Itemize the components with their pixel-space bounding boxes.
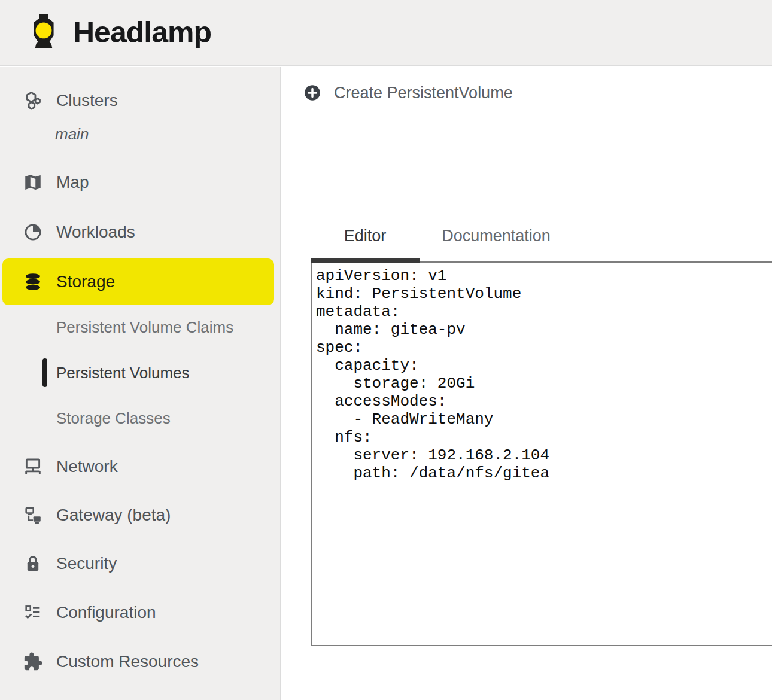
sidebar-item-label: Network — [56, 457, 118, 476]
sidebar-item-workloads[interactable]: Workloads — [0, 215, 280, 249]
sidebar-item-label: Clusters — [56, 91, 118, 110]
network-icon — [23, 456, 43, 477]
sidebar-item-label: Gateway (beta) — [56, 506, 171, 525]
create-persistentvolume-button[interactable]: Create PersistentVolume — [304, 83, 513, 103]
yaml-editor-content[interactable]: apiVersion: v1 kind: PersistentVolume me… — [316, 267, 772, 482]
sidebar-item-persistent-volume-claims[interactable]: Persistent Volume Claims — [0, 315, 280, 339]
active-tab-indicator — [311, 258, 420, 263]
selected-item-indicator — [42, 358, 47, 387]
sidebar-item-gateway[interactable]: Gateway (beta) — [0, 498, 280, 532]
storage-icon — [23, 272, 43, 292]
app-title: Headlamp — [73, 15, 211, 50]
create-button-label: Create PersistentVolume — [334, 84, 513, 102]
sidebar-item-label: Storage — [56, 272, 115, 291]
tab-editor[interactable]: Editor — [311, 214, 419, 257]
workloads-icon — [23, 222, 43, 242]
custom-resources-icon — [23, 652, 43, 672]
plus-circle-icon — [304, 84, 321, 101]
sidebar-item-storage[interactable]: Storage — [2, 258, 274, 305]
sidebar-subitem-label: Persistent Volumes — [56, 364, 190, 382]
sidebar-item-label: Security — [56, 554, 117, 573]
sidebar-item-storage-classes[interactable]: Storage Classes — [0, 406, 280, 430]
clusters-icon — [23, 90, 43, 111]
sidebar: Clusters main Map Workloads Storage Pers… — [0, 67, 281, 700]
tab-documentation[interactable]: Documentation — [419, 214, 573, 257]
sidebar-item-custom-resources[interactable]: Custom Resources — [0, 645, 280, 678]
gateway-icon — [23, 505, 43, 525]
sidebar-item-label: Configuration — [56, 603, 156, 622]
sidebar-item-label: Custom Resources — [56, 652, 199, 671]
sidebar-cluster-name[interactable]: main — [0, 122, 280, 146]
main-content: Create PersistentVolume Editor Documenta… — [282, 67, 772, 700]
sidebar-item-label: Workloads — [56, 223, 135, 242]
configuration-icon — [23, 602, 43, 623]
sidebar-item-persistent-volumes[interactable]: Persistent Volumes — [0, 361, 280, 385]
sidebar-item-map[interactable]: Map — [0, 166, 280, 199]
security-icon — [23, 553, 43, 574]
yaml-editor[interactable]: apiVersion: v1 kind: PersistentVolume me… — [311, 261, 772, 646]
sidebar-item-network[interactable]: Network — [0, 450, 280, 483]
sidebar-item-clusters[interactable]: Clusters — [0, 81, 280, 120]
sidebar-item-security[interactable]: Security — [0, 547, 280, 580]
app-header: Headlamp — [0, 0, 772, 66]
sidebar-subitem-label: Storage Classes — [56, 409, 171, 428]
sidebar-item-label: Map — [56, 173, 89, 192]
sidebar-item-configuration[interactable]: Configuration — [0, 596, 280, 629]
map-icon — [23, 172, 43, 193]
sidebar-subitem-label: Persistent Volume Claims — [56, 318, 233, 337]
headlamp-logo-icon — [26, 12, 61, 53]
editor-tabs: Editor Documentation — [311, 214, 573, 257]
